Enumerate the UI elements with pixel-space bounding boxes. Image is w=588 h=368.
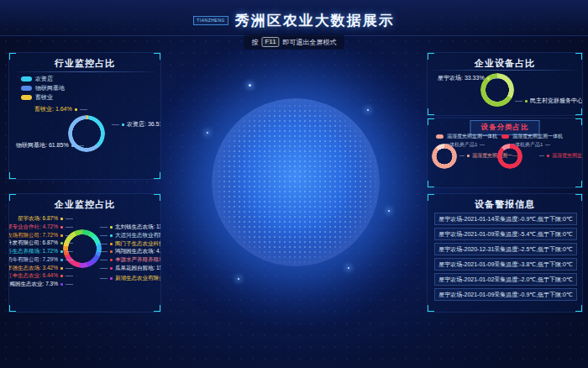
alarm-row[interactable]: 星宇农场-2021-01-09采集温度:-5.4℃,低于下限:0℃ — [434, 228, 577, 240]
leader-line — [100, 244, 108, 244]
alarm-text: 星宇农场-2021-01-02采集温度:-2.0℃,低于下限:0℃ — [438, 276, 573, 284]
callout-text: 红丰生态农业: 6.44% — [8, 272, 58, 280]
alarm-row[interactable]: 星宇农场-2021-01-09采集温度:-3.8℃,低于下限:0℃ — [434, 258, 577, 271]
leader-line — [76, 145, 84, 146]
panel-title: 行业监控占比 — [9, 57, 160, 70]
alarm-row[interactable]: 星宇农场-2020-12-31采集温度:-2.5℃,低于下限:0℃ — [434, 243, 577, 255]
callout-text: 北刘钱生态农场: 11.34% — [115, 223, 161, 231]
corner-bracket — [428, 108, 434, 115]
alarm-row[interactable]: 星宇农场-2021-01-09采集温度:-0.9℃,低于下限:0℃ — [434, 288, 577, 301]
legend-item-store[interactable]: 农资店 — [21, 75, 53, 83]
legend-item-device-left[interactable]: 温湿度光照监测一体机 — [436, 133, 497, 140]
callout-husbandry: 畜牧业: 1.64% — [34, 105, 87, 113]
callout-row: 新湖生态农业有限公司: 6.87% — [100, 275, 161, 282]
corner-bracket — [575, 305, 582, 312]
callout-row: 上谷生态养殖场: 1.72% — [8, 248, 73, 255]
leader-line — [492, 78, 500, 79]
leader-line — [480, 145, 485, 145]
leader-line — [66, 268, 73, 269]
panel-device-alarms: 设备警报信息 星宇农场-2021-01-14采集温度:-0.9℃,低于下限:0℃… — [427, 193, 583, 313]
callout-device-right: 温湿度光照监测一— — [539, 152, 583, 160]
sparkle-dot — [207, 132, 208, 134]
leader-line — [66, 243, 73, 244]
corner-bracket — [154, 305, 160, 312]
legend-swatch — [21, 86, 32, 91]
callout-text: 新湖生态农业有限公司: 6.87% — [115, 275, 161, 282]
alarm-text: 星宇农场-2020-12-31采集温度:-2.5℃,低于下限:0℃ — [438, 245, 573, 254]
callout-row: 北刘钱生态农场: 11.34% — [100, 223, 161, 231]
callout-iot: 物联网基地: 61.85% — [16, 141, 84, 150]
callout-text: 红梅园生态农业: 7.3% — [8, 281, 58, 288]
callout-row: 陶门子生态农业科技有限公 — [100, 240, 161, 248]
callout-row: 星宇农场: 6.87% — [18, 215, 73, 223]
series-dot — [487, 77, 490, 80]
alarm-row[interactable]: 星宇农场-2021-01-14采集温度:-0.9℃,低于下限:0℃ — [434, 213, 577, 225]
legend-label: 温湿度光照监测一体机 — [512, 133, 563, 140]
series-dot — [110, 226, 113, 229]
alarm-text: 星宇农场-2021-01-14采集温度:-0.9℃,低于下限:0℃ — [438, 215, 573, 223]
sparkle-dot — [238, 278, 239, 280]
legend-item-husbandry[interactable]: 畜牧业 — [21, 93, 53, 102]
legend-label: 农资店 — [35, 75, 53, 83]
callout-text: 家绿农场有限公司: 7.72% — [8, 232, 58, 239]
callout-row: 瓜果花园自留地: 15.02% — [100, 265, 161, 272]
callout-row: 丰源水产养殖养殖场: 1. — [100, 256, 161, 264]
legend-item-iot[interactable]: 物联网基地 — [21, 84, 65, 92]
device-donut-right[interactable] — [497, 144, 522, 169]
callout-text: 畜牧业: 1.64% — [34, 105, 72, 113]
header-title-row: TIANZHENG 秀洲区农业大数据展示 — [0, 11, 588, 30]
series-dot — [60, 250, 63, 253]
callout-text: 民主村党群服务中心: — [530, 97, 583, 105]
sparkle-dot — [388, 210, 390, 212]
leader-line — [66, 227, 73, 228]
legend-swatch — [501, 134, 509, 139]
series-dot — [60, 283, 63, 286]
callout-row: 李强生态农场: 3.42% — [8, 265, 73, 272]
legend-item-device-right[interactable]: 温湿度光照监测一体机 — [501, 133, 563, 140]
globe-dot-map — [212, 98, 380, 266]
leader-line — [112, 124, 119, 125]
callout-text: 陶门子生态农业科技有限公 — [115, 240, 161, 248]
series-dot — [60, 226, 63, 229]
leader-line — [100, 268, 108, 269]
hint-prefix: 按 — [251, 38, 258, 47]
series-dot — [60, 242, 63, 244]
callout-text: 瓜果花园自留地: 15.02% — [115, 265, 161, 272]
corner-bracket — [575, 118, 582, 125]
leader-line — [545, 145, 550, 145]
legend-label: 畜牧业 — [35, 93, 53, 102]
callout-text: 物联网基地: 61.85% — [16, 141, 69, 150]
callout-text: 丰源水产养殖养殖场: 1. — [115, 256, 161, 264]
page-title: 秀洲区农业大数据展示 — [235, 11, 395, 30]
alarm-row[interactable]: 星宇农场-2021-01-02采集温度:-2.0℃,低于下限:0℃ — [434, 273, 577, 286]
callout-row: 大运河生态牧业有限责任公 — [100, 232, 161, 239]
corner-bracket — [154, 172, 160, 179]
series-dot — [71, 145, 74, 147]
corner-bracket — [428, 181, 434, 187]
series-dot — [110, 259, 113, 261]
callout-text: 农资店: 36.51% — [127, 120, 161, 129]
alarm-text: 星宇农场-2021-01-09采集温度:-5.4℃,低于下限:0℃ — [438, 230, 573, 239]
series-dot — [60, 234, 63, 237]
callout-text: 李强生态农场: 3.42% — [8, 265, 58, 272]
f11-keycap: F11 — [261, 37, 279, 47]
leader-line — [66, 260, 73, 260]
callout-text: 中奶牛有限公司: 7.29% — [8, 256, 58, 264]
leader-line — [66, 218, 73, 219]
leader-line — [66, 251, 73, 252]
device-donut-left[interactable] — [432, 144, 457, 169]
leader-line — [100, 251, 108, 252]
sparkle-dot — [367, 109, 369, 111]
panel-enterprise-ratio: 企业监控占比 星宇农场: 6.87% 秀洲蔬菜专业合作社: 4.72% 家绿农场… — [8, 193, 161, 313]
panel-equipment-ratio: 企业设备占比 星宇农场: 33.33% 民主村党群服务中心: — [427, 52, 583, 116]
panel-title: 设备警报信息 — [428, 198, 582, 211]
callout-row: 家绿农场有限公司: 7.72% — [8, 232, 73, 239]
callout-row: 中奶牛有限公司: 7.29% — [8, 256, 73, 264]
callout-row: 翔升发有限公司: 6.87% — [8, 239, 73, 247]
corner-bracket — [9, 305, 16, 312]
leader-line — [459, 155, 465, 156]
callout-text: 上谷生态养殖场: 1.72% — [8, 248, 58, 255]
corner-bracket — [575, 181, 582, 187]
callout-text: 温湿度光照监测一— — [552, 152, 583, 160]
callout-row: 秀洲蔬菜专业合作社: 4.72% — [8, 223, 73, 231]
